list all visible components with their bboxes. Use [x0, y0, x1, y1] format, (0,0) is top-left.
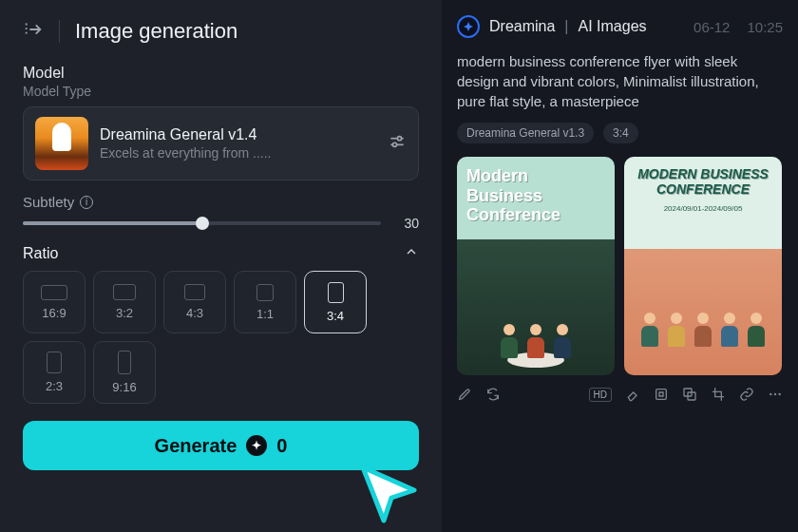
svg-point-9: [774, 393, 776, 395]
subtlety-slider-row: 30: [0, 216, 442, 231]
sliders-icon[interactable]: [388, 132, 407, 155]
generate-label: Generate: [155, 435, 238, 457]
generation-panel: Image generation Model Model Type Dreami…: [0, 0, 442, 532]
ratio-option-label: 3:4: [327, 309, 344, 323]
prompt-text: modern business conference flyer with sl…: [457, 51, 783, 111]
brand-name: Dreamina: [489, 18, 555, 35]
generate-button[interactable]: Generate ✦ 0: [23, 421, 419, 470]
ratio-badge: 3:4: [603, 123, 638, 143]
credits-icon: ✦: [246, 435, 267, 456]
svg-point-8: [770, 393, 771, 395]
link-icon[interactable]: [739, 387, 754, 402]
slider-fill: [23, 221, 202, 225]
model-type-label: Model Type: [0, 82, 442, 106]
ratio-shape-icon: [41, 285, 67, 300]
erase-icon[interactable]: [625, 387, 640, 402]
model-thumbnail: [35, 117, 88, 170]
ratio-header[interactable]: Ratio: [0, 231, 442, 271]
ratio-option-label: 4:3: [186, 306, 203, 320]
ratio-shape-icon: [256, 284, 274, 301]
ratio-shape-icon: [184, 284, 205, 300]
ratio-shape-icon: [118, 351, 131, 374]
ratio-grid: 16:93:24:31:13:42:39:16: [0, 271, 442, 404]
collapse-icon[interactable]: [23, 19, 44, 44]
ratio-label: Ratio: [23, 245, 58, 262]
result-image-1[interactable]: Modern Business Conference: [457, 157, 615, 375]
page-title: Image generation: [75, 19, 238, 44]
ratio-option-3-2[interactable]: 3:2: [93, 271, 156, 333]
result-date: 06-12: [694, 19, 730, 35]
ratio-option-3-4[interactable]: 3:4: [304, 271, 367, 333]
ratio-option-16-9[interactable]: 16:9: [23, 271, 86, 333]
edit-icon[interactable]: [457, 387, 472, 402]
svg-point-10: [778, 393, 780, 395]
model-section-label: Model: [0, 65, 442, 82]
results-panel: Dreamina | AI Images 06-12 10:25 modern …: [442, 0, 798, 532]
subtlety-value: 30: [394, 216, 419, 231]
ratio-option-label: 1:1: [256, 307, 274, 321]
model-description: Excels at everything from .....: [100, 145, 376, 161]
result-toolbar: HD: [457, 387, 783, 402]
ratio-option-9-16[interactable]: 9:16: [93, 341, 156, 404]
more-icon[interactable]: [768, 387, 783, 402]
ratio-shape-icon: [113, 284, 136, 300]
poster2-sub: 2024/09/01-2024/09/05: [624, 204, 782, 213]
model-badge: Dreamina General v1.3: [457, 123, 594, 143]
brand-icon: [457, 15, 480, 38]
subtlety-label: Subtlety: [23, 194, 74, 210]
divider: [59, 20, 60, 43]
layers-icon[interactable]: [682, 387, 697, 402]
model-selector-card[interactable]: Dreamina General v1.4 Excels at everythi…: [23, 106, 419, 180]
ratio-shape-icon: [47, 352, 62, 373]
result-time: 10:25: [747, 19, 783, 35]
panel-header: Image generation: [0, 0, 442, 59]
info-icon[interactable]: i: [80, 196, 93, 209]
ratio-option-2-3[interactable]: 2:3: [23, 341, 86, 404]
cursor-icon: [357, 462, 424, 528]
poster2-people: [624, 313, 782, 351]
generate-credits: 0: [276, 435, 287, 457]
ratio-option-4-3[interactable]: 4:3: [163, 271, 226, 333]
ratio-option-1-1[interactable]: 1:1: [234, 271, 296, 333]
svg-point-2: [397, 137, 401, 141]
result-header: Dreamina | AI Images 06-12 10:25: [457, 15, 783, 38]
chevron-up-icon: [404, 244, 419, 263]
subtlety-slider[interactable]: [23, 221, 381, 225]
poster1-people: [457, 324, 615, 362]
model-info: Dreamina General v1.4 Excels at everythi…: [100, 126, 376, 161]
ratio-option-label: 3:2: [116, 306, 133, 320]
poster2-title: MODERN BUSINESS CONFERENCE: [634, 166, 772, 197]
svg-point-4: [392, 142, 396, 146]
result-section-label: AI Images: [579, 18, 647, 35]
result-badges: Dreamina General v1.3 3:4: [457, 123, 783, 143]
expand-icon[interactable]: [654, 387, 669, 402]
crop-icon[interactable]: [711, 387, 726, 402]
result-image-2[interactable]: MODERN BUSINESS CONFERENCE 2024/09/01-20…: [624, 157, 782, 375]
slider-thumb[interactable]: [196, 217, 209, 230]
refresh-icon[interactable]: [485, 387, 501, 402]
result-grid: Modern Business Conference MODERN BUSINE…: [457, 157, 783, 375]
svg-rect-5: [656, 390, 667, 400]
ratio-option-label: 9:16: [112, 380, 136, 394]
subtlety-row: Subtlety i: [0, 180, 442, 216]
ratio-shape-icon: [328, 282, 344, 303]
separator: |: [564, 18, 568, 35]
ratio-option-label: 16:9: [42, 306, 66, 320]
hd-badge[interactable]: HD: [589, 388, 612, 402]
model-name: Dreamina General v1.4: [100, 126, 376, 143]
poster1-title: Modern Business Conference: [466, 166, 605, 225]
ratio-option-label: 2:3: [46, 379, 63, 393]
